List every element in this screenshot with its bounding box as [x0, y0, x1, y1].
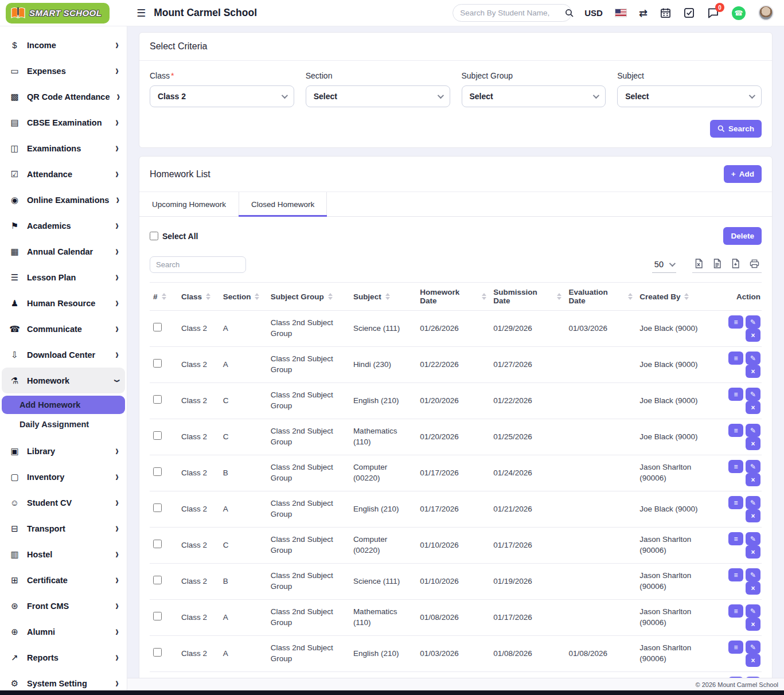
sidebar-item-expenses[interactable]: ▭Expenses›	[0, 58, 127, 84]
tasks-icon[interactable]	[684, 7, 695, 18]
tab-upcoming-homework[interactable]: Upcoming Homework	[139, 192, 239, 216]
print-icon[interactable]	[750, 259, 759, 268]
student-search-input[interactable]	[460, 9, 561, 17]
pdf-export-icon[interactable]	[731, 259, 740, 268]
sidebar-item-academics[interactable]: ⚑Academics›	[0, 213, 127, 239]
delete-row-button[interactable]: ×	[746, 437, 760, 450]
sidebar-item-online-examinations[interactable]: ◉Online Examinations›	[0, 187, 127, 213]
row-checkbox[interactable]	[153, 359, 162, 368]
edit-button[interactable]: ✎	[746, 532, 760, 545]
sidebar-item-hostel[interactable]: ▥Hostel›	[0, 541, 127, 567]
detail-button[interactable]: ≡	[728, 424, 743, 437]
detail-button[interactable]: ≡	[728, 604, 743, 618]
sidebar-item-certificate[interactable]: ⊞Certificate›	[0, 567, 127, 593]
page-size-select[interactable]: 50	[652, 260, 676, 273]
detail-button[interactable]: ≡	[728, 532, 743, 545]
detail-button[interactable]: ≡	[728, 315, 743, 329]
delete-row-button[interactable]: ×	[746, 365, 760, 378]
sidebar-item-attendance[interactable]: ☑Attendance›	[0, 161, 127, 187]
csv-export-icon[interactable]	[713, 259, 721, 268]
edit-button[interactable]: ✎	[746, 388, 760, 401]
detail-button[interactable]: ≡	[728, 496, 743, 509]
column-header-homework-date[interactable]: Homework Date	[416, 283, 490, 311]
logo[interactable]: SMART SCHOOL	[0, 3, 127, 24]
sidebar-item-library[interactable]: ▣Library›	[0, 438, 127, 464]
hamburger-menu-icon[interactable]: ☰	[136, 7, 146, 19]
detail-button[interactable]: ≡	[728, 460, 743, 473]
detail-button[interactable]: ≡	[728, 352, 743, 365]
sidebar-item-inventory[interactable]: ▢Inventory›	[0, 464, 127, 490]
delete-button[interactable]: Delete	[723, 227, 762, 245]
column-header-created-by[interactable]: Created By	[636, 283, 716, 311]
edit-button[interactable]: ✎	[746, 568, 760, 581]
sidebar-item-alumni[interactable]: ⊕Alumni›	[0, 619, 127, 645]
row-checkbox[interactable]	[153, 395, 162, 404]
column-header-class[interactable]: Class	[178, 283, 220, 311]
sidebar-item-front-cms[interactable]: ⊛Front CMS›	[0, 593, 127, 619]
sidebar-item-download-center[interactable]: ⇩Download Center›	[0, 342, 127, 368]
sidebar-item-income[interactable]: $Income›	[0, 32, 127, 58]
sidebar-item-cbse-examination[interactable]: ▤CBSE Examination›	[0, 110, 127, 135]
search-icon[interactable]	[565, 9, 574, 18]
sidebar-item-examinations[interactable]: ◫Examinations›	[0, 135, 127, 161]
table-search-input[interactable]	[150, 256, 246, 273]
calendar-icon[interactable]	[660, 7, 671, 18]
sidebar-item-reports[interactable]: ↗Reports›	[0, 645, 127, 670]
row-checkbox[interactable]	[153, 576, 162, 584]
subject-group-select[interactable]: Select	[462, 85, 606, 107]
detail-button[interactable]: ≡	[728, 568, 743, 581]
row-checkbox[interactable]	[153, 648, 162, 657]
edit-button[interactable]: ✎	[746, 424, 760, 437]
column-header-section[interactable]: Section	[220, 283, 267, 311]
column-header-evaluation-date[interactable]: Evaluation Date	[565, 283, 636, 311]
edit-button[interactable]: ✎	[746, 496, 760, 509]
sidebar-item-lesson-plan[interactable]: ☰Lesson Plan›	[0, 264, 127, 290]
column-header-subject[interactable]: Subject	[350, 283, 416, 311]
edit-button[interactable]: ✎	[746, 604, 760, 618]
add-button[interactable]: +Add	[724, 165, 762, 183]
sidebar-item-qr-code-attendance[interactable]: ▩QR Code Attendance›	[0, 84, 127, 110]
sidebar-item-human-resource[interactable]: ♟Human Resource›	[0, 290, 127, 316]
section-select[interactable]: Select	[306, 85, 450, 107]
detail-button[interactable]: ≡	[728, 388, 743, 401]
row-checkbox[interactable]	[153, 503, 162, 512]
delete-row-button[interactable]: ×	[746, 581, 760, 595]
row-checkbox[interactable]	[153, 467, 162, 476]
delete-row-button[interactable]: ×	[746, 329, 760, 342]
column-header-index[interactable]: #	[150, 283, 178, 311]
delete-row-button[interactable]: ×	[746, 654, 760, 667]
edit-button[interactable]: ✎	[746, 352, 760, 365]
currency-label[interactable]: USD	[584, 8, 603, 18]
tab-closed-homework[interactable]: Closed Homework	[239, 192, 327, 216]
search-button[interactable]: Search	[710, 120, 762, 138]
row-checkbox[interactable]	[153, 612, 162, 620]
avatar[interactable]	[758, 5, 774, 21]
sidebar-subitem-add-homework[interactable]: Add Homework	[2, 396, 125, 414]
row-checkbox[interactable]	[153, 323, 162, 331]
edit-button[interactable]: ✎	[746, 641, 760, 654]
sidebar-item-student-cv[interactable]: ☺Student CV›	[0, 490, 127, 516]
row-checkbox[interactable]	[153, 540, 162, 548]
edit-button[interactable]: ✎	[746, 460, 760, 473]
edit-button[interactable]: ✎	[746, 315, 760, 329]
column-header-submission-date[interactable]: Submission Date	[490, 283, 565, 311]
sidebar-item-transport[interactable]: ⊟Transport›	[0, 516, 127, 541]
whatsapp-icon[interactable]: ☎	[732, 6, 746, 20]
sidebar-subitem-daily-assignment[interactable]: Daily Assignment	[2, 415, 125, 434]
delete-row-button[interactable]: ×	[746, 618, 760, 631]
delete-row-button[interactable]: ×	[746, 545, 760, 559]
chat-icon[interactable]: 0	[707, 7, 719, 18]
row-checkbox[interactable]	[153, 431, 162, 440]
detail-button[interactable]: ≡	[728, 641, 743, 654]
class-select[interactable]: Class 2	[150, 85, 294, 107]
sidebar-item-homework[interactable]: ⚗Homework›	[2, 368, 125, 393]
excel-export-icon[interactable]	[695, 259, 703, 268]
sidebar-item-communicate[interactable]: ☎Communicate›	[0, 316, 127, 342]
column-header-subject-group[interactable]: Subject Group	[267, 283, 350, 311]
sidebar-item-system-setting[interactable]: ⚙System Setting›	[0, 670, 127, 690]
us-flag-icon[interactable]	[615, 9, 626, 17]
select-all-checkbox[interactable]	[150, 232, 158, 240]
sidebar-item-annual-calendar[interactable]: ▦Annual Calendar›	[0, 239, 127, 264]
delete-row-button[interactable]: ×	[746, 401, 760, 414]
delete-row-button[interactable]: ×	[746, 473, 760, 486]
